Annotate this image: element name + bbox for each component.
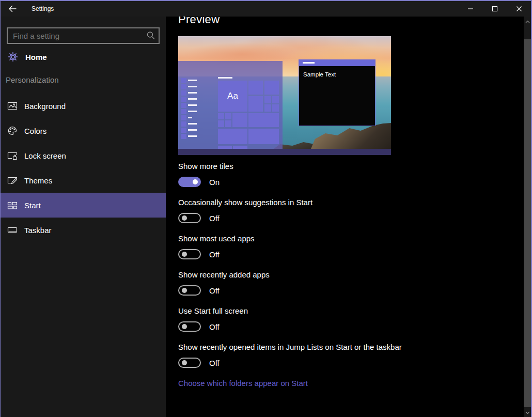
setting-label-most-used: Show most used apps — [178, 234, 255, 243]
sidebar-item-label: Themes — [24, 176, 52, 185]
sidebar-section-heading: Personalization — [6, 75, 59, 84]
toggle-knob — [182, 288, 187, 293]
preview-rail-line — [188, 98, 197, 100]
preview-rail-tile — [181, 84, 186, 89]
preview-rail-line — [188, 80, 197, 81]
preview-rail-tile — [181, 109, 186, 114]
preview-rail-line — [188, 129, 197, 131]
preview-sample-text: Sample Text — [303, 71, 336, 78]
sidebar-item-label: Taskbar — [24, 226, 52, 235]
preview-sample-window-body: Sample Text — [299, 66, 375, 126]
taskbar-icon — [7, 225, 18, 235]
titlebar: Settings — [1, 1, 531, 17]
sidebar-item-themes[interactable]: Themes — [1, 168, 166, 193]
setting-label-suggestions: Occasionally show suggestions in Start — [178, 198, 312, 207]
toggle-recently-added[interactable] — [178, 285, 201, 296]
preview-tile — [248, 129, 279, 144]
toggle-state-jump-lists: Off — [209, 359, 220, 367]
toggle-state-full-screen: Off — [209, 322, 220, 331]
preview-tile — [264, 96, 271, 103]
search-input[interactable] — [8, 32, 143, 40]
chevron-down-icon — [525, 411, 530, 414]
preview-tile — [218, 129, 247, 144]
toggle-knob — [182, 215, 187, 221]
setting-label-show-more-tiles: Show more tiles — [178, 162, 233, 171]
minimize-icon — [467, 6, 474, 12]
choose-folders-link[interactable]: Choose which folders appear on Start — [178, 379, 308, 388]
preview-sample-window-titlebar — [299, 59, 375, 66]
preview-rail-tile — [181, 97, 186, 102]
toggle-full-screen[interactable] — [178, 321, 201, 332]
settings-window: Settings — [0, 0, 532, 417]
preview-rail-line — [188, 104, 197, 106]
scrollbar-down-arrow[interactable] — [524, 409, 531, 417]
close-icon — [516, 6, 522, 12]
close-button[interactable] — [507, 1, 531, 17]
gear-icon — [8, 52, 18, 62]
toggle-state-most-used: Off — [209, 250, 220, 259]
window-controls — [458, 1, 531, 17]
scrollbar-up-arrow[interactable] — [524, 18, 531, 26]
chevron-up-icon — [525, 20, 530, 23]
sidebar-item-label: Lock screen — [24, 151, 66, 160]
preview-rail-line — [188, 86, 197, 87]
search-icon[interactable] — [146, 30, 156, 41]
preview-tile — [218, 120, 224, 127]
page-title: Preview — [178, 17, 220, 26]
toggle-jump-lists[interactable] — [178, 358, 201, 368]
preview-rail-tile — [181, 115, 186, 120]
sidebar-item-taskbar[interactable]: Taskbar — [1, 218, 166, 242]
preview-sample-window-title-line — [303, 62, 315, 64]
sidebar-item-label: Start — [24, 201, 41, 210]
preview-rail-tile — [181, 121, 186, 127]
background-image-icon — [7, 101, 18, 111]
preview-rail-tile — [181, 103, 186, 108]
setting-label-full-screen: Use Start full screen — [178, 306, 248, 315]
back-button[interactable] — [1, 1, 24, 17]
toggle-knob — [193, 179, 198, 184]
main-content: Preview Aa — [166, 17, 524, 417]
preview-tile — [264, 104, 271, 112]
maximize-icon — [492, 6, 498, 12]
start-tiles-icon — [7, 200, 18, 210]
preview-tile — [264, 81, 279, 95]
preview-tile — [218, 113, 224, 119]
sidebar: Home Personalization Background Colors L… — [1, 17, 166, 417]
back-arrow-icon — [7, 4, 18, 14]
sidebar-item-label: Colors — [24, 127, 46, 135]
preview-rail-line — [188, 117, 192, 118]
preview-tile — [248, 81, 263, 95]
preview-tile — [248, 96, 263, 112]
themes-icon — [7, 175, 18, 186]
preview-tile — [225, 113, 231, 119]
preview-rail-line — [188, 92, 197, 94]
sidebar-item-home[interactable]: Home — [1, 47, 166, 67]
preview-rail-tile — [181, 90, 186, 96]
scrollbar-thumb[interactable] — [524, 39, 531, 407]
setting-label-recently-added: Show recently added apps — [178, 270, 270, 279]
toggle-state-show-more-tiles: On — [209, 178, 220, 187]
sidebar-item-colors[interactable]: Colors — [1, 118, 166, 143]
sidebar-nav: Background Colors Lock screen Themes Sta… — [1, 94, 166, 242]
sidebar-item-background[interactable]: Background — [1, 94, 166, 118]
sidebar-item-lock-screen[interactable]: Lock screen — [1, 143, 166, 168]
sidebar-item-start[interactable]: Start — [1, 193, 166, 218]
search-box[interactable] — [7, 27, 160, 44]
preview-rail-tile — [181, 134, 186, 139]
preview-tile — [232, 113, 247, 127]
toggle-show-more-tiles[interactable] — [178, 177, 201, 187]
sidebar-home-label: Home — [25, 53, 47, 61]
toggle-knob — [182, 324, 187, 329]
toggle-knob — [182, 360, 187, 365]
sidebar-item-label: Background — [24, 102, 66, 111]
preview-start-menu-panel: Aa — [178, 61, 283, 149]
minimize-button[interactable] — [458, 1, 482, 17]
preview-rail-line — [188, 111, 197, 112]
maximize-button[interactable] — [482, 1, 507, 17]
scrollbar[interactable] — [524, 17, 531, 417]
preview-rail-tile — [181, 128, 186, 133]
toggle-suggestions[interactable] — [178, 213, 201, 223]
toggle-most-used[interactable] — [178, 249, 201, 259]
preview-rail-tile — [181, 78, 186, 83]
setting-label-jump-lists: Show recently opened items in Jump Lists… — [178, 343, 402, 351]
